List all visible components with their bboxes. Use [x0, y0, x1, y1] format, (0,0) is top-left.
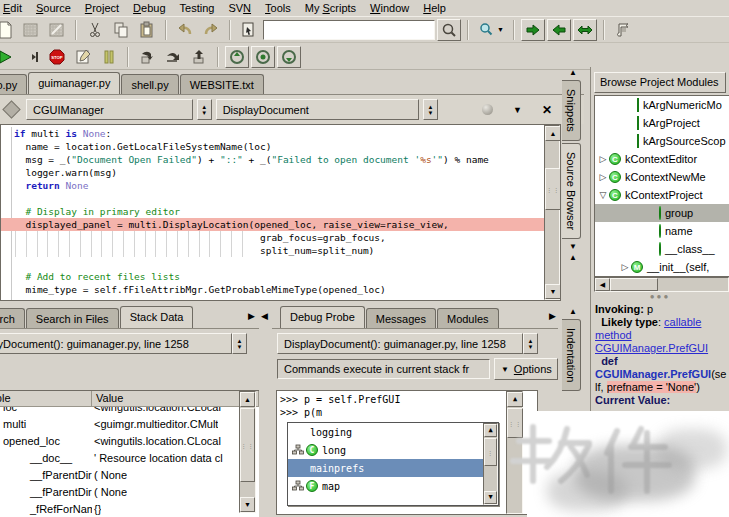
save-disabled-button[interactable] — [45, 19, 69, 41]
strip-scroll-down-icon[interactable]: ▼ — [562, 241, 584, 252]
member-spinner[interactable]: ▲▼ — [423, 99, 438, 120]
table-vertical-scrollbar[interactable]: ▲ ⋮⋮ ▼ — [239, 391, 256, 513]
menu-help[interactable]: Help — [416, 1, 453, 16]
menu-edit[interactable]: Edit — [0, 1, 29, 16]
tree-item-kArgSourceScop[interactable]: kArgSourceScop — [595, 132, 729, 150]
frame-show-button[interactable] — [251, 46, 275, 68]
variable-row-__doc__[interactable]: __doc__' Resource location data cl — [0, 449, 238, 466]
undo-button[interactable] — [173, 19, 197, 41]
editor-tab-guimanager-py[interactable]: guimanager.py — [28, 72, 120, 94]
scroll-up-icon[interactable]: ▲ — [484, 424, 497, 437]
nav-both-button[interactable] — [573, 19, 597, 41]
frame-up-button[interactable] — [225, 46, 249, 68]
goto-symbol-button[interactable] — [237, 19, 261, 41]
scope-combobox[interactable]: CGUIManager — [26, 99, 193, 120]
search-options-button[interactable]: ▼ — [475, 19, 507, 41]
paste-button[interactable] — [135, 19, 159, 41]
cut-button[interactable] — [83, 19, 107, 41]
nav-forward-button[interactable] — [521, 19, 545, 41]
new-button[interactable] — [0, 19, 17, 41]
editor-tab-WEBSITE-txt[interactable]: WEBSITE.txt — [180, 74, 264, 94]
browse-project-modules-button[interactable]: Browse Project Modules — [594, 72, 726, 93]
expander-closed-icon[interactable]: ▷ — [619, 262, 631, 272]
command-hint-field[interactable]: Commands execute in current stack fr — [277, 359, 490, 379]
variable-row-_fRefForNam[interactable]: _fRefForNam{} — [0, 500, 238, 517]
tab-search[interactable]: Search — [0, 308, 25, 328]
tree-item-kArgProject[interactable]: kArgProject — [595, 114, 729, 132]
frame-down-button[interactable] — [277, 46, 301, 68]
scrollbar-thumb[interactable]: ⋮ — [484, 438, 497, 466]
stack-frame-combobox[interactable]: DisplayDocument(): guimanager.py, line 1… — [0, 333, 232, 354]
scrollbar-thumb[interactable]: ⋮⋮ — [545, 168, 561, 210]
tool-tab-indentation[interactable]: Indentation — [562, 319, 581, 391]
stack-frame-spinner[interactable]: ▲▼ — [232, 333, 247, 354]
close-icon[interactable]: ✕ — [542, 103, 552, 117]
tab-debug-probe[interactable]: Debug Probe — [280, 306, 365, 328]
probe-frame-spinner[interactable]: ▲▼ — [523, 333, 538, 354]
tab-modules[interactable]: Modules — [437, 308, 499, 328]
strip-scroll-up-icon[interactable]: ▲ — [562, 252, 584, 263]
menu-window[interactable]: Window — [363, 1, 416, 16]
tool-tab-source-browser[interactable]: Source Browser — [562, 143, 581, 239]
tab-search-in-files[interactable]: Search in Files — [26, 308, 119, 328]
probe-frame-combobox[interactable]: DisplayDocument(): guimanager.py, line 1… — [277, 333, 523, 354]
scrollbar-thumb[interactable]: ⋮⋮ — [240, 408, 255, 482]
completion-item-map[interactable]: Fmap — [288, 477, 498, 495]
menu-svn[interactable]: SVN — [221, 1, 258, 16]
tree-item-name[interactable]: name — [595, 222, 729, 240]
scroll-down-icon[interactable]: ▼ — [545, 284, 561, 299]
strip-scroll-up-icon[interactable]: ▲ — [562, 67, 584, 78]
menu-testing[interactable]: Testing — [173, 1, 222, 16]
step-out-button[interactable] — [187, 46, 211, 68]
options-button[interactable]: ▼ Options — [494, 358, 558, 380]
nav-back-button[interactable] — [547, 19, 571, 41]
strip-scroll-up-icon[interactable]: ▲ — [562, 306, 584, 317]
edit-breakpoint-button[interactable] — [71, 46, 95, 68]
variable-row-__fParentDir[interactable]: __fParentDir( None — [0, 466, 238, 483]
expander-closed-icon[interactable]: ▷ — [597, 154, 609, 164]
scripts-button[interactable] — [611, 19, 635, 41]
scrollbar-thumb[interactable] — [610, 278, 658, 291]
scroll-left-icon[interactable]: ◀ — [595, 278, 610, 291]
tab-messages[interactable]: Messages — [366, 308, 436, 328]
expander-closed-icon[interactable]: ▷ — [597, 172, 609, 182]
menu-my-scripts[interactable]: My Scripts — [298, 1, 363, 16]
tree-item-kContextEditor[interactable]: ▷CkContextEditor — [595, 150, 729, 168]
redo-button[interactable] — [199, 19, 223, 41]
probe-console[interactable]: >>> p = self.PrefGUI>>> p(m ▲ ⋮⋮ logging… — [276, 390, 538, 515]
toolbar-search-input[interactable] — [263, 20, 435, 40]
tree-item-kContextProject[interactable]: ▽CkContextProject — [595, 186, 729, 204]
completion-item-long[interactable]: Clong — [288, 441, 498, 459]
scope-spinner[interactable]: ▲▼ — [197, 99, 212, 120]
menu-tools[interactable]: Tools — [258, 1, 298, 16]
completion-item-mainprefs[interactable]: mainprefs — [288, 459, 498, 477]
tab-scroll-left-icon[interactable]: ◀ — [261, 311, 268, 321]
popup-scrollbar[interactable]: ▲ ⋮ ▼ — [483, 423, 498, 505]
editor-tab-shell-py[interactable]: shell.py — [121, 74, 178, 94]
menu-source[interactable]: Source — [29, 1, 78, 16]
tree-item-__class__[interactable]: __class__ — [595, 240, 729, 258]
tool-tab-snippets[interactable]: Snippets — [562, 80, 581, 141]
panel-menu-icon[interactable]: ▼ — [513, 105, 522, 115]
completion-item-logging[interactable]: logging — [288, 423, 498, 441]
variable-row-opened_loc[interactable]: opened_loc<wingutils.location.CLocal — [0, 432, 238, 449]
variable-row-loc[interactable]: loc<wingutils.location.CLocal — [0, 407, 238, 415]
scroll-down-icon[interactable]: ▼ — [484, 491, 497, 504]
search-button[interactable] — [437, 19, 461, 41]
tree-item-__init__-self-[interactable]: ▷M__init__(self, — [595, 258, 729, 276]
step-over-line-button[interactable] — [161, 46, 185, 68]
variable-row-__fParentDir[interactable]: __fParentDir( None — [0, 483, 238, 500]
run-button[interactable] — [0, 46, 17, 68]
step-into-button[interactable] — [19, 46, 43, 68]
tree-item-group[interactable]: group — [595, 204, 729, 222]
open-disabled-button[interactable] — [19, 19, 43, 41]
scroll-up-icon[interactable]: ▲ — [545, 126, 561, 141]
menu-debug[interactable]: Debug — [126, 1, 172, 16]
member-combobox[interactable]: DisplayDocument — [216, 99, 419, 120]
editor-tab-io-py[interactable]: io.py — [0, 74, 27, 94]
recent-symbol-icon[interactable] — [482, 104, 493, 115]
splitter-grip[interactable]: ●●● — [591, 292, 729, 300]
scroll-up-icon[interactable]: ▲ — [240, 392, 255, 407]
stop-button[interactable]: STOP — [45, 46, 69, 68]
expander-open-icon[interactable]: ▽ — [597, 190, 609, 200]
